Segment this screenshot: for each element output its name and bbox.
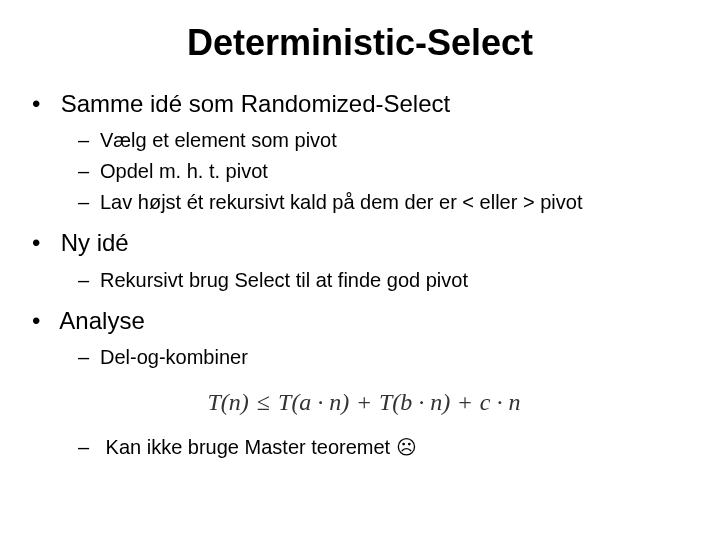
formula-t3: c · n: [480, 389, 521, 415]
sub-no-master: Kan ikke bruge Master teoremet ☹: [78, 433, 696, 462]
sub-recursive-call: Lav højst ét rekursivt kald på dem der e…: [78, 188, 696, 217]
sublist-new-idea: Rekursivt brug Select til at finde god p…: [32, 266, 696, 295]
recurrence-formula: T(n) ≤ T(a · n) + T(b · n) + c · n: [32, 386, 696, 418]
slide: Deterministic-Select Samme idé som Rando…: [0, 0, 720, 540]
bullet-new-idea-text: Ny idé: [61, 229, 129, 256]
sublist-analysis-2: Kan ikke bruge Master teoremet ☹: [32, 433, 696, 462]
sublist-same-idea: Vælg et element som pivot Opdel m. h. t.…: [32, 126, 696, 217]
formula-lhs: T(n): [208, 389, 249, 415]
bullet-same-idea-text: Samme idé som Randomized-Select: [61, 90, 451, 117]
sub-divide-combine: Del-og-kombiner: [78, 343, 696, 372]
sub-pivot-choose: Vælg et element som pivot: [78, 126, 696, 155]
formula-plus2: +: [456, 389, 474, 415]
bullet-list: Samme idé som Randomized-Select Vælg et …: [24, 88, 696, 462]
bullet-new-idea: Ny idé Rekursivt brug Select til at find…: [32, 227, 696, 294]
frown-icon: ☹: [396, 436, 417, 458]
formula-expression: T(n) ≤ T(a · n) + T(b · n) + c · n: [208, 389, 521, 415]
sub-recursive-select: Rekursivt brug Select til at finde god p…: [78, 266, 696, 295]
formula-t2: T(b · n): [379, 389, 450, 415]
formula-t1: T(a · n): [278, 389, 349, 415]
bullet-same-idea: Samme idé som Randomized-Select Vælg et …: [32, 88, 696, 217]
sublist-analysis: Del-og-kombiner: [32, 343, 696, 372]
slide-title: Deterministic-Select: [24, 22, 696, 64]
formula-plus1: +: [355, 389, 373, 415]
bullet-analysis-text: Analyse: [59, 307, 144, 334]
formula-le: ≤: [255, 389, 272, 415]
bullet-analysis: Analyse Del-og-kombiner T(n) ≤ T(a · n) …: [32, 305, 696, 462]
sub-no-master-text: Kan ikke bruge Master teoremet: [106, 436, 396, 458]
sub-partition: Opdel m. h. t. pivot: [78, 157, 696, 186]
